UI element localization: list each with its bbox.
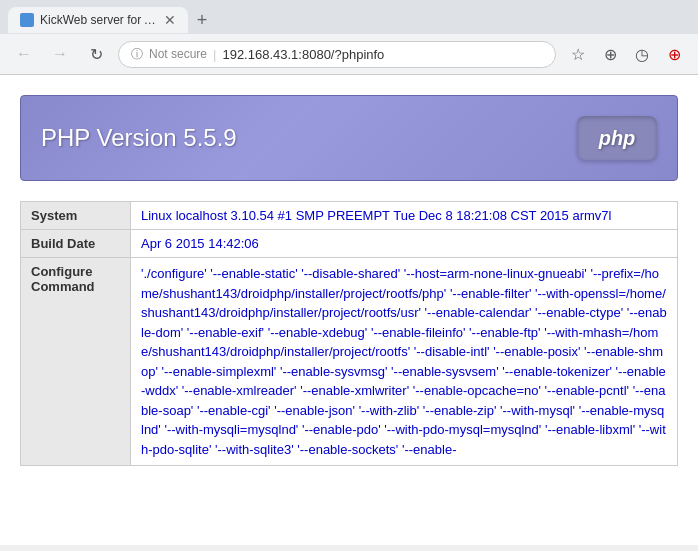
extensions-button[interactable]: ⊕ [596,40,624,68]
table-row: System Linux localhost 3.10.54 #1 SMP PR… [21,202,678,230]
address-bar[interactable]: ⓘ Not secure | 192.168.43.1:8080/?phpinf… [118,41,556,68]
menu-icon: ⊕ [668,45,681,64]
nav-bar: ← → ↻ ⓘ Not secure | 192.168.43.1:8080/?… [0,34,698,75]
phpinfo-table: System Linux localhost 3.10.54 #1 SMP PR… [20,201,678,466]
system-label: System [21,202,131,230]
reload-button[interactable]: ↻ [82,40,110,68]
back-icon: ← [16,45,32,63]
php-logo: php [577,116,657,160]
tab-bar: KickWeb server for Andro ✕ + [0,0,698,34]
separator: | [213,47,216,62]
php-header-banner: PHP Version 5.5.9 php [20,95,678,181]
star-icon: ☆ [571,45,585,64]
build-date-label: Build Date [21,230,131,258]
history-icon: ◷ [635,45,649,64]
new-tab-button[interactable]: + [188,6,216,34]
reload-icon: ↻ [90,45,103,64]
back-button[interactable]: ← [10,40,38,68]
forward-button[interactable]: → [46,40,74,68]
tab-favicon [20,13,34,27]
not-secure-label: Not secure [149,47,207,61]
php-version-title: PHP Version 5.5.9 [41,124,237,152]
page-content: PHP Version 5.5.9 php System Linux local… [0,75,698,545]
tab-close-button[interactable]: ✕ [164,13,176,27]
tab-title: KickWeb server for Andro [40,13,158,27]
url-text: 192.168.43.1:8080/?phpinfo [222,47,543,62]
menu-button[interactable]: ⊕ [660,40,688,68]
nav-icons: ☆ ⊕ ◷ ⊕ [564,40,688,68]
build-date-value: Apr 6 2015 14:42:06 [131,230,678,258]
table-row: Configure Command './configure' '--enabl… [21,258,678,466]
forward-icon: → [52,45,68,63]
puzzle-icon: ⊕ [604,45,617,64]
system-value: Linux localhost 3.10.54 #1 SMP PREEMPT T… [131,202,678,230]
security-icon: ⓘ [131,46,143,63]
configure-command-value: './configure' '--enable-static' '--disab… [131,258,678,466]
table-row: Build Date Apr 6 2015 14:42:06 [21,230,678,258]
configure-command-label: Configure Command [21,258,131,466]
bookmark-button[interactable]: ☆ [564,40,592,68]
browser-tab[interactable]: KickWeb server for Andro ✕ [8,7,188,33]
browser-chrome: KickWeb server for Andro ✕ + ← → ↻ ⓘ Not… [0,0,698,545]
history-button[interactable]: ◷ [628,40,656,68]
